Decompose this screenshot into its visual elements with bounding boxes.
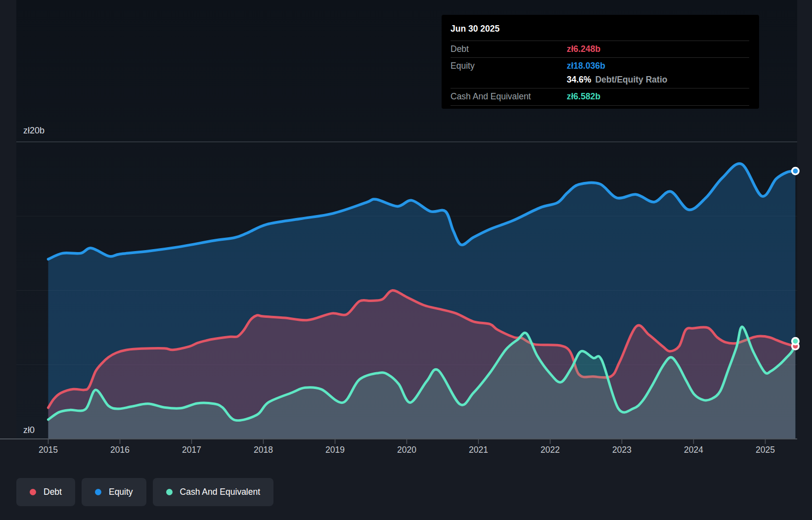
x-tick-label-2023: 2023 — [612, 445, 632, 455]
tooltip-equity-label: Equity — [451, 62, 567, 71]
y-axis-label-20b: zł20b — [23, 126, 45, 135]
equity-endpoint-marker[interactable] — [793, 169, 798, 173]
cash-endpoint-marker[interactable] — [793, 339, 798, 344]
legend-item-equity[interactable]: Equity — [82, 478, 146, 506]
tooltip-row-equity: Equity zł18.036b — [451, 58, 749, 75]
tooltip-date: Jun 30 2025 — [451, 20, 749, 41]
y-axis-label-0b: zł0 — [23, 425, 35, 435]
legend-item-cash[interactable]: Cash And Equivalent — [153, 478, 273, 506]
tooltip-debt-value: zł6.248b — [567, 45, 600, 54]
tooltip-cash-label: Cash And Equivalent — [451, 92, 567, 101]
chart-legend: Debt Equity Cash And Equivalent — [16, 478, 273, 506]
x-tick-label-2016: 2016 — [110, 445, 130, 455]
x-tick-label-2017: 2017 — [182, 445, 201, 455]
chart-tooltip: Jun 30 2025 Debt zł6.248b Equity zł18.03… — [442, 15, 759, 109]
x-tick-label-2021: 2021 — [469, 445, 488, 455]
x-tick-label-2024: 2024 — [684, 445, 703, 455]
x-tick-label-2018: 2018 — [254, 445, 273, 455]
tooltip-ratio-value: 34.6% — [567, 75, 591, 85]
x-tick-label-2019: 2019 — [325, 445, 345, 455]
x-tick-label-2020: 2020 — [397, 445, 416, 455]
equity-dot-icon — [95, 489, 101, 495]
legend-item-debt[interactable]: Debt — [16, 478, 75, 506]
legend-equity-label: Equity — [109, 487, 133, 497]
debt-dot-icon — [30, 489, 36, 495]
tooltip-ratio-label: Debt/Equity Ratio — [595, 75, 668, 85]
chart-stage: 2015201620172018201920202021202220232024… — [0, 0, 812, 520]
x-tick-label-2022: 2022 — [541, 445, 560, 455]
tooltip-debt-label: Debt — [451, 45, 567, 54]
tooltip-equity-value: zł18.036b — [567, 62, 605, 71]
tooltip-row-ratio: 34.6%Debt/Equity Ratio — [451, 75, 749, 89]
tooltip-row-debt: Debt zł6.248b — [451, 41, 749, 58]
x-tick-label-2015: 2015 — [39, 445, 58, 455]
x-tick-label-2025: 2025 — [756, 445, 775, 455]
legend-debt-label: Debt — [44, 487, 62, 497]
legend-cash-label: Cash And Equivalent — [180, 487, 260, 497]
tooltip-cash-value: zł6.582b — [567, 92, 600, 101]
cash-dot-icon — [166, 489, 173, 495]
tooltip-row-cash: Cash And Equivalent zł6.582b — [451, 88, 749, 106]
